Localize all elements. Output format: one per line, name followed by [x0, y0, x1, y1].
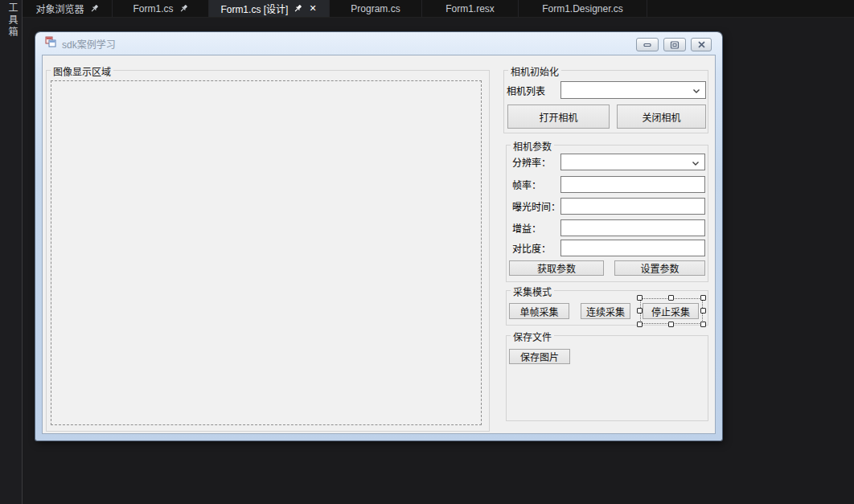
groupbox-caption: 图像显示区域: [51, 64, 113, 78]
resolution-combobox[interactable]: [560, 154, 705, 170]
selection-handle[interactable]: [637, 295, 643, 301]
form-title-bar[interactable]: sdk案例学习: [35, 32, 722, 55]
close-camera-button[interactable]: 关闭相机: [617, 104, 706, 129]
pin-icon[interactable]: [179, 4, 188, 13]
groupbox-caption: 采集模式: [511, 285, 554, 298]
groupbox-caption: 相机参数: [511, 139, 554, 153]
camera-list-combobox[interactable]: [560, 81, 706, 99]
pin-icon[interactable]: [90, 4, 99, 13]
left-tool-strip: 工具箱: [0, 0, 23, 504]
framerate-input[interactable]: [560, 176, 705, 193]
gain-input[interactable]: [560, 219, 705, 236]
form-title: sdk案例学习: [62, 37, 116, 51]
tab-form1-design[interactable]: Form1.cs [设计] ✕: [209, 0, 330, 17]
designer-selection-adorner[interactable]: 停止采集: [637, 295, 706, 327]
get-params-button[interactable]: 获取参数: [509, 260, 604, 276]
tab-label: Form1.resx: [445, 3, 495, 14]
tab-object-browser[interactable]: 对象浏览器: [23, 0, 113, 17]
close-tab-icon[interactable]: ✕: [308, 3, 317, 14]
minimize-button[interactable]: [636, 38, 659, 51]
chevron-down-icon: [692, 155, 700, 170]
toolbox-vertical-tab[interactable]: 工具箱: [6, 2, 19, 39]
selection-handle[interactable]: [668, 322, 674, 327]
selection-handle[interactable]: [668, 295, 674, 301]
form-client-area: 图像显示区域 相机初始化 相机列表 打开相机 关闭相机 相机参数 分辨率：: [42, 55, 716, 434]
close-button[interactable]: [691, 38, 712, 51]
tab-program-cs[interactable]: Program.cs: [330, 0, 422, 17]
set-params-button[interactable]: 设置参数: [614, 260, 705, 276]
window-controls: [636, 38, 712, 51]
form-icon: [45, 36, 56, 51]
tab-label: 对象浏览器: [35, 2, 84, 15]
document-tab-bar: 对象浏览器 Form1.cs Form1.cs [设计] ✕ Program.c…: [23, 0, 854, 18]
selection-handle[interactable]: [700, 295, 706, 301]
tab-form1-cs[interactable]: Form1.cs: [113, 0, 209, 17]
stop-capture-button[interactable]: 停止采集: [643, 303, 699, 319]
designer-surface: sdk案例学习 图像显示区域 相机初始化 相机列表 打开相机: [23, 18, 854, 504]
tab-form1-designer-cs[interactable]: Form1.Designer.cs: [519, 0, 647, 17]
chevron-down-icon: [692, 83, 700, 97]
selection-handle[interactable]: [637, 308, 643, 313]
resolution-label: 分辨率：: [512, 154, 551, 170]
exposure-label: 曝光时间：: [512, 198, 560, 215]
tab-label: Form1.cs [设计]: [220, 2, 288, 15]
tab-label: Form1.cs: [133, 3, 173, 14]
groupbox-caption: 相机初始化: [508, 64, 561, 78]
selection-handle[interactable]: [637, 322, 643, 327]
tab-form1-resx[interactable]: Form1.resx: [422, 0, 519, 17]
contrast-input[interactable]: [560, 240, 705, 256]
camera-list-label: 相机列表: [507, 81, 545, 99]
open-camera-button[interactable]: 打开相机: [507, 104, 610, 129]
pin-icon[interactable]: [294, 4, 302, 13]
image-display-picturebox[interactable]: [51, 80, 482, 425]
framerate-label: 帧率：: [512, 176, 541, 193]
selection-handle[interactable]: [700, 322, 706, 327]
tab-label: Program.cs: [351, 3, 400, 14]
selection-handle[interactable]: [700, 308, 706, 313]
designed-form-window[interactable]: sdk案例学习 图像显示区域 相机初始化 相机列表 打开相机: [35, 32, 722, 440]
exposure-input[interactable]: [560, 198, 705, 215]
contrast-label: 对比度：: [512, 240, 551, 256]
continuous-capture-button[interactable]: 连续采集: [581, 303, 630, 319]
groupbox-caption: 保存文件: [511, 330, 554, 343]
maximize-button[interactable]: [663, 38, 686, 51]
single-capture-button[interactable]: 单帧采集: [509, 303, 569, 319]
tab-label: Form1.Designer.cs: [542, 3, 623, 14]
gain-label: 增益：: [512, 219, 541, 236]
save-image-button[interactable]: 保存图片: [509, 349, 570, 364]
